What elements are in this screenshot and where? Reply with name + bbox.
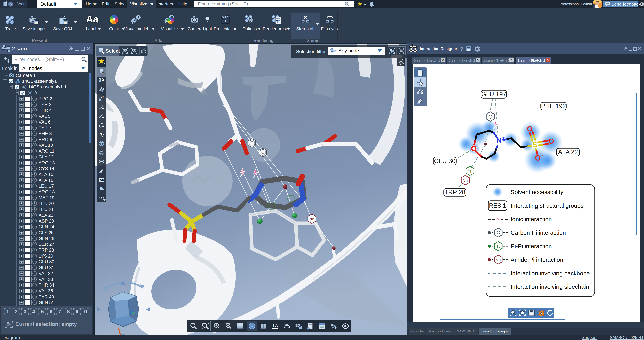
svg-text:Nπ: Nπ <box>495 258 501 262</box>
svg-text:Amide-Pi interaction: Amide-Pi interaction <box>511 256 563 263</box>
svg-text:S: S <box>532 141 537 149</box>
svg-text:Nπ: Nπ <box>462 178 468 183</box>
svg-text:GLU 197: GLU 197 <box>481 91 506 97</box>
svg-text:C: C <box>496 230 500 235</box>
svg-text:Carbon-Pi interaction: Carbon-Pi interaction <box>511 229 566 236</box>
svg-text:Aa: Aa <box>100 178 104 182</box>
svg-text:-: - <box>541 153 543 158</box>
svg-text:π: π <box>496 243 500 249</box>
svg-text:2+: 2+ <box>101 95 104 98</box>
svg-text:C: C <box>488 114 492 120</box>
svg-text:N: N <box>496 136 502 145</box>
svg-text:O: O <box>548 137 554 145</box>
svg-text:ALA 22: ALA 22 <box>558 149 578 155</box>
svg-text:GLU 30: GLU 30 <box>434 157 456 164</box>
svg-text:TRP 28: TRP 28 <box>444 189 466 196</box>
svg-text:Interacting structural groups: Interacting structural groups <box>511 202 584 209</box>
svg-text:π: π <box>468 168 472 174</box>
svg-text:C: C <box>250 140 254 145</box>
svg-text:+: + <box>502 135 505 140</box>
svg-text:Pi-Pi interaction: Pi-Pi interaction <box>511 243 552 250</box>
svg-text:Ionic interaction: Ionic interaction <box>511 216 552 223</box>
svg-text:Interaction involving backbone: Interaction involving backbone <box>511 270 590 277</box>
svg-text:O: O <box>535 154 541 162</box>
svg-text:Solvent accessibility: Solvent accessibility <box>511 189 563 195</box>
svg-text:O: O <box>527 125 533 133</box>
svg-text:Interaction involving sidechai: Interaction involving sidechain <box>511 284 589 290</box>
svg-text:1Å: 1Å <box>272 323 278 329</box>
svg-text:PHE 192: PHE 192 <box>541 103 566 109</box>
svg-text:RES 1: RES 1 <box>489 202 506 209</box>
svg-text:Nπ: Nπ <box>309 217 314 221</box>
svg-text:O: O <box>471 144 477 153</box>
svg-text:OBJ: OBJ <box>60 16 64 18</box>
svg-text:C: C <box>261 150 264 155</box>
